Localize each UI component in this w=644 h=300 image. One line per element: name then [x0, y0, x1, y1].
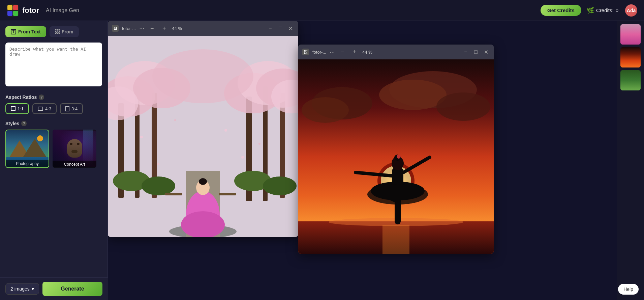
viewer-1-file-icon: 🖼: [112, 25, 119, 32]
svg-point-22: [152, 49, 253, 103]
help-button[interactable]: Help: [618, 284, 639, 295]
concept-art-label: Concept Art: [53, 161, 96, 168]
main-layout: T From Text 🖼 From Aspect Ratios ? 1:1: [0, 21, 644, 300]
svg-point-57: [367, 184, 428, 204]
viewer-1-minimize-button[interactable]: −: [267, 25, 274, 32]
prompt-input[interactable]: [5, 43, 102, 86]
credits-value: 0: [616, 7, 618, 13]
svg-point-24: [142, 176, 175, 195]
viewer-2-zoom-level: 44 %: [362, 50, 372, 55]
svg-rect-27: [165, 193, 182, 195]
credits-area: 🌿 Credits: 0: [587, 7, 618, 14]
svg-rect-1: [7, 5, 12, 10]
ballet-svg: [298, 59, 494, 254]
svg-rect-2: [13, 5, 18, 10]
image-tab-icon: 🖼: [55, 29, 60, 34]
ratio-row: 1:1 4:3 3:4: [5, 103, 102, 114]
ratio-4-3-button[interactable]: 4:3: [32, 103, 57, 114]
svg-rect-3: [7, 11, 12, 16]
image-viewer-1: 🖼 fotor-... ··· − + 44 % − □ ✕: [108, 21, 298, 237]
chevron-down-icon: ▾: [32, 286, 34, 292]
ratio-3-4-button[interactable]: 3:4: [60, 103, 83, 114]
avatar[interactable]: Ada: [625, 4, 637, 17]
viewer-2-close-button[interactable]: ✕: [482, 48, 490, 56]
svg-rect-28: [219, 193, 236, 195]
svg-point-62: [397, 155, 401, 159]
sidebar-content: T From Text 🖼 From Aspect Ratios ? 1:1: [0, 21, 108, 300]
photography-label: Photography: [6, 160, 49, 167]
svg-point-37: [174, 119, 176, 121]
fotor-logo-icon: [7, 4, 19, 17]
svg-point-40: [157, 163, 159, 165]
svg-point-38: [224, 129, 227, 132]
viewer-2-filename: fotor-...: [312, 50, 326, 55]
svg-point-44: [379, 80, 447, 110]
viewer-2-maximize-button[interactable]: □: [472, 48, 480, 56]
aspect-ratio-help-icon[interactable]: ?: [39, 94, 44, 100]
ratio-34-icon: [65, 106, 69, 111]
svg-point-46: [302, 97, 349, 123]
svg-rect-4: [13, 11, 18, 16]
svg-point-39: [258, 143, 260, 145]
thumbnail-3[interactable]: [620, 70, 641, 90]
viewer-1-zoom-in-button[interactable]: +: [160, 24, 168, 33]
style-card-concept-art[interactable]: Concept Art: [53, 130, 96, 168]
from-image-tab[interactable]: 🖼 From: [50, 26, 79, 37]
viewer-1-toolbar: 🖼 fotor-... ··· − + 44 % − □ ✕: [108, 21, 298, 36]
left-sidebar: T From Text 🖼 From Aspect Ratios ? 1:1: [0, 21, 108, 300]
viewer-2-minimize-button[interactable]: −: [462, 48, 469, 56]
ratio-43-icon: [38, 107, 43, 111]
right-thumbnail-sidebar: [617, 21, 644, 300]
aspect-ratios-label: Aspect Ratios ?: [5, 94, 102, 100]
svg-point-26: [263, 176, 297, 195]
viewer-2-more-icon[interactable]: ···: [330, 49, 335, 56]
viewer-1-close-button[interactable]: ✕: [287, 25, 294, 32]
svg-point-33: [199, 178, 207, 185]
viewer-1-more-icon[interactable]: ···: [139, 25, 144, 32]
viewer-1-maximize-button[interactable]: □: [277, 25, 284, 32]
thumbnail-2[interactable]: [620, 47, 641, 67]
image-viewer-2: 🖼 fotor-... ··· − + 44 % − □ ✕: [298, 45, 494, 254]
svg-point-36: [140, 136, 143, 138]
images-count-select[interactable]: 2 images ▾: [5, 283, 39, 295]
credits-label: Credits:: [596, 7, 614, 13]
viewer-1-window-controls: − □ ✕: [267, 25, 294, 32]
viewer-2-window-controls: − □ ✕: [462, 48, 490, 56]
cherry-blossom-scene: [108, 36, 298, 237]
viewer-2-file-icon: 🖼: [302, 49, 309, 55]
styles-label: Styles ?: [5, 121, 102, 126]
styles-grid: Photography: [5, 130, 102, 168]
nav-title: AI Image Gen: [46, 7, 79, 13]
text-icon: T: [11, 29, 16, 34]
viewer-1-zoom-out-button[interactable]: −: [148, 24, 156, 33]
viewer-1-filename: fotor-...: [122, 26, 136, 31]
bottom-bar: 2 images ▾ Generate: [0, 277, 108, 300]
mountain2-decoration: [23, 139, 47, 157]
style-card-photography[interactable]: Photography: [5, 130, 49, 168]
logo-area: fotor: [7, 4, 39, 17]
cherry-blossom-svg: [108, 36, 298, 237]
ballet-scene: [298, 59, 494, 254]
ratio-square-icon: [11, 106, 16, 111]
svg-point-41: [241, 156, 244, 159]
thumbnail-1[interactable]: [620, 24, 641, 45]
get-credits-button[interactable]: Get Credits: [541, 5, 581, 16]
generate-button[interactable]: Generate: [42, 282, 102, 296]
top-nav: fotor AI Image Gen Get Credits 🌿 Credits…: [0, 0, 644, 21]
logo-text: fotor: [22, 6, 39, 15]
viewer-2-zoom-out-button[interactable]: −: [338, 48, 347, 56]
from-text-tab[interactable]: T From Text: [5, 26, 46, 37]
styles-help-icon[interactable]: ?: [21, 121, 27, 126]
svg-point-63: [395, 221, 400, 224]
svg-rect-52: [382, 225, 409, 254]
viewer-2-toolbar: 🖼 fotor-... ··· − + 44 % − □ ✕: [298, 45, 494, 59]
right-content: 🖼 fotor-... ··· − + 44 % − □ ✕: [108, 21, 644, 300]
leaf-icon: 🌿: [587, 7, 594, 14]
ratio-1-1-button[interactable]: 1:1: [5, 103, 29, 114]
viewer-2-zoom-in-button[interactable]: +: [350, 48, 359, 56]
tab-row: T From Text 🖼 From: [5, 26, 102, 37]
viewer-1-zoom-level: 44 %: [172, 26, 182, 31]
svg-point-47: [436, 92, 490, 121]
